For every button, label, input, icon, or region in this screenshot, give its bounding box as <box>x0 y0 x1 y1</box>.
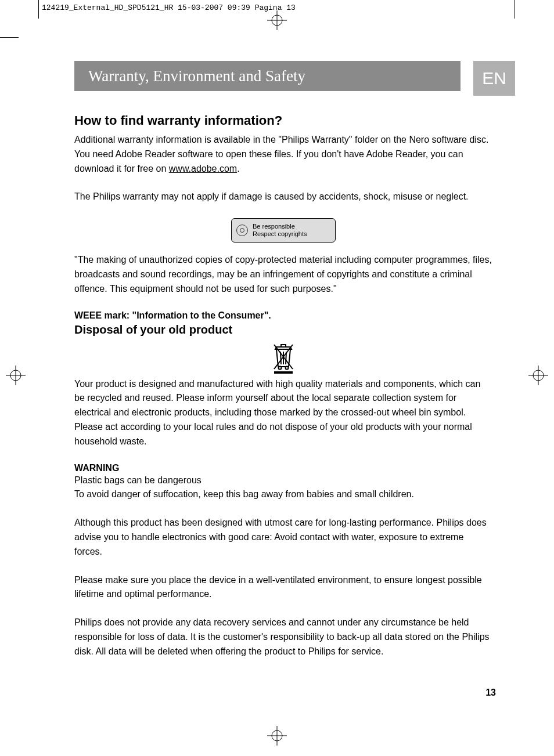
body-text: Plastic bags can be dangerous <box>74 473 492 488</box>
copyright-callout: Be responsible Respect copyrights <box>231 218 336 243</box>
crop-mark <box>38 0 39 19</box>
language-code: EN <box>482 68 506 88</box>
warranty-heading: How to find warranty information? <box>74 113 492 128</box>
svg-rect-19 <box>274 371 293 374</box>
svg-point-16 <box>286 366 289 369</box>
adobe-link[interactable]: www.adobe.com <box>169 164 237 173</box>
language-badge: EN <box>473 61 515 96</box>
body-text: Philips does not provide any data recove… <box>74 616 492 659</box>
crop-mark <box>0 37 19 38</box>
disposal-heading: Disposal of your old product <box>74 323 492 337</box>
section-title-bar: Warranty, Environment and Safety <box>74 61 461 91</box>
svg-point-15 <box>279 366 282 369</box>
body-text: Additional warranty information is avail… <box>74 133 492 147</box>
weee-subheading: WEEE mark: "Information to the Consumer"… <box>74 310 492 321</box>
registration-mark-icon <box>528 366 548 385</box>
body-text: Please make sure you place the device in… <box>74 573 492 602</box>
body-text: . <box>237 164 239 173</box>
weee-bin-icon <box>271 341 296 374</box>
print-slug: 124219_External_HD_SPD5121_HR 15-03-2007… <box>42 3 296 12</box>
body-text: To avoid danger of suffocation, keep thi… <box>74 487 492 502</box>
body-text: You need Adobe Reader software to open t… <box>74 149 463 173</box>
copyright-line1: Be responsible <box>253 223 295 230</box>
page-content: How to find warranty information? Additi… <box>74 113 492 673</box>
warning-heading: WARNING <box>74 463 492 473</box>
registration-mark-icon <box>267 10 287 30</box>
page-number: 13 <box>485 688 496 698</box>
body-text: Although this product has been designed … <box>74 516 492 559</box>
registration-mark-icon <box>267 726 287 746</box>
body-text: The Philips warranty may not apply if da… <box>74 190 492 204</box>
copyright-line2: Respect copyrights <box>253 230 307 237</box>
crop-mark <box>515 0 515 19</box>
disc-icon <box>236 225 248 236</box>
body-text: "The making of unauthorized copies of co… <box>74 253 492 296</box>
body-text: You need Adobe Reader software to open t… <box>74 147 492 176</box>
registration-mark-icon <box>6 366 26 385</box>
copyright-text: Be responsible Respect copyrights <box>253 223 307 238</box>
body-text: Your product is designed and manufacture… <box>74 377 492 449</box>
section-title: Warranty, Environment and Safety <box>88 67 305 85</box>
